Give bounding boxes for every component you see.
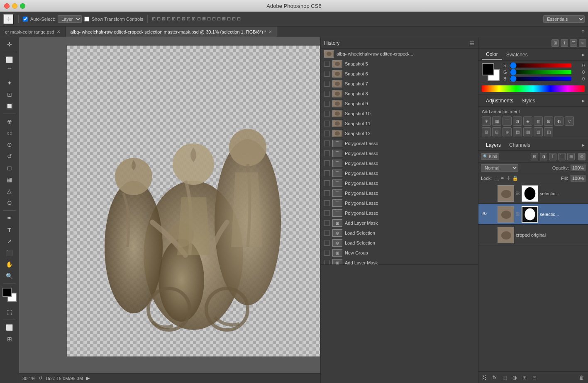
b-slider[interactable] <box>510 77 571 81</box>
adj-gradient-icon[interactable]: ▨ <box>534 127 543 136</box>
history-check-16[interactable] <box>324 210 330 216</box>
layer-item-0[interactable]: ⛓ selectio... <box>478 183 588 204</box>
adj-vibrance-icon[interactable]: ◈ <box>523 116 532 126</box>
adjustments-tab[interactable]: Adjustments <box>482 96 517 105</box>
quick-mask-btn[interactable]: ⬚ <box>4 307 15 318</box>
history-item-4[interactable]: Snapshot 8 <box>321 89 478 99</box>
adj-threshold-icon[interactable]: ▧ <box>523 127 532 136</box>
blur-tool[interactable]: △ <box>4 186 15 196</box>
history-check-19[interactable] <box>324 240 330 246</box>
history-item-19[interactable]: ⊙ Load Selection <box>321 238 478 248</box>
adj-colorlookup-icon[interactable]: ⊟ <box>492 127 501 136</box>
maximize-button[interactable] <box>20 3 25 9</box>
history-check-14[interactable] <box>324 190 330 196</box>
layers-filter-img-btn[interactable]: ⊟ <box>531 153 538 160</box>
panel-icon-4[interactable]: ≡ <box>579 39 586 47</box>
history-check-12[interactable] <box>324 170 330 176</box>
foreground-color[interactable] <box>2 288 12 297</box>
history-check-9[interactable] <box>324 141 330 146</box>
link-layers-btn[interactable]: ⛓ <box>481 374 488 381</box>
history-item-18[interactable]: ⊙ Load Selection <box>321 228 478 238</box>
history-item-6[interactable]: Snapshot 10 <box>321 109 478 119</box>
layers-tab[interactable]: Layers <box>482 141 505 150</box>
stamp-tool[interactable]: ⊙ <box>4 139 15 150</box>
dodge-tool[interactable]: ⊖ <box>4 197 15 208</box>
history-check-6[interactable] <box>324 111 330 116</box>
pen-tool[interactable]: ✒ <box>4 213 15 223</box>
r-slider[interactable] <box>510 63 571 68</box>
history-check-4[interactable] <box>324 91 330 97</box>
color-tab[interactable]: Color <box>482 50 502 60</box>
history-item-3[interactable]: Snapshot 7 <box>321 79 478 89</box>
artboard-btn[interactable]: ⊞ <box>4 334 15 344</box>
adj-exposure-icon[interactable]: ◑ <box>513 116 522 126</box>
move-tool[interactable]: ✛ <box>4 39 15 50</box>
tab-close-1[interactable]: ✕ <box>268 29 272 34</box>
history-item-9[interactable]: ⌒ Polygonal Lasso <box>321 138 478 148</box>
layer-visibility-2[interactable] <box>481 232 488 238</box>
autoselect-checkbox[interactable] <box>23 17 28 22</box>
lock-all-icon[interactable]: 🔒 <box>512 175 518 181</box>
fg-color-swatch[interactable] <box>482 63 494 75</box>
layer-select[interactable]: Layer <box>58 15 82 23</box>
layers-expand[interactable]: ▸ <box>582 142 585 148</box>
rotate-icon[interactable]: ↺ <box>39 376 42 381</box>
history-check-21[interactable] <box>324 260 330 264</box>
fill-input[interactable] <box>571 175 586 182</box>
adj-selectivecolor-icon[interactable]: ◫ <box>544 127 553 136</box>
history-item-7[interactable]: Snapshot 11 <box>321 119 478 128</box>
heal-tool[interactable]: ⊕ <box>4 116 15 127</box>
history-check-5[interactable] <box>324 101 330 107</box>
new-layer-btn[interactable]: ⊟ <box>531 374 538 381</box>
layer-visibility-1[interactable]: 👁 <box>481 211 488 218</box>
layer-item-2[interactable]: croped original <box>478 225 588 245</box>
history-check-10[interactable] <box>324 150 330 156</box>
history-check-1[interactable] <box>324 61 330 67</box>
tab-close-0[interactable]: ✕ <box>57 29 60 34</box>
history-item-2[interactable]: Snapshot 6 <box>321 69 478 79</box>
panel-icon-3[interactable]: ☰ <box>570 39 577 47</box>
adj-curves-icon[interactable]: ⌒ <box>503 116 512 126</box>
adj-expand[interactable]: ▸ <box>582 98 585 104</box>
adj-channelmixer-icon[interactable]: ⊡ <box>482 127 491 136</box>
transform-checkbox[interactable] <box>84 17 89 22</box>
panel-icon-2[interactable]: ℹ <box>561 39 568 47</box>
zoom-tool[interactable]: 🔍 <box>4 271 15 281</box>
adj-photofilter-icon[interactable]: ▽ <box>565 116 574 126</box>
layer-item-1[interactable]: 👁 ⛓ selectio... <box>478 204 588 225</box>
new-adj-btn[interactable]: ◑ <box>511 374 518 381</box>
path-tool[interactable]: ↗ <box>4 236 15 247</box>
marquee-tool[interactable]: ⬜ <box>4 54 15 65</box>
brush-tool[interactable]: ⬭ <box>4 128 15 138</box>
lock-pixels-icon[interactable]: ⬚ <box>494 175 499 181</box>
opacity-input[interactable] <box>571 165 586 171</box>
history-check-15[interactable] <box>324 200 330 206</box>
history-check-2[interactable] <box>324 71 330 77</box>
history-item-20[interactable]: ⊞ New Group <box>321 248 478 258</box>
history-check-7[interactable] <box>324 121 330 126</box>
hand-tool[interactable]: ✋ <box>4 259 15 270</box>
blend-mode-select[interactable]: Normal <box>481 164 518 172</box>
add-style-btn[interactable]: fx <box>491 374 498 381</box>
tab-1[interactable]: albq- wheelchair-raw edited-croped- sele… <box>66 27 278 37</box>
layers-filter-adj-btn[interactable]: ◑ <box>540 153 547 160</box>
delete-layer-btn[interactable]: 🗑 <box>578 374 586 381</box>
new-group-btn[interactable]: ⊞ <box>521 374 528 381</box>
channels-tab[interactable]: Channels <box>505 141 534 150</box>
layers-filter-toggle[interactable]: ⊙ <box>578 153 586 160</box>
adj-posterize-icon[interactable]: ▤ <box>513 127 522 136</box>
layers-filter-smart-btn[interactable]: ⊞ <box>567 153 575 160</box>
screen-mode-btn[interactable]: ⬜ <box>4 322 15 333</box>
adj-invert-icon[interactable]: ⊛ <box>503 127 512 136</box>
history-check-13[interactable] <box>324 180 330 186</box>
history-check-11[interactable] <box>324 160 330 166</box>
history-item-12[interactable]: ⌒ Polygonal Lasso <box>321 168 478 178</box>
text-tool[interactable]: T <box>4 224 15 235</box>
layer-visibility-0[interactable] <box>481 190 488 197</box>
quickselect-tool[interactable]: ✦ <box>4 78 15 88</box>
move-tool-btn[interactable]: ✛ <box>3 14 14 24</box>
history-item-5[interactable]: Snapshot 9 <box>321 99 478 109</box>
history-item-8[interactable]: Snapshot 12 <box>321 128 478 138</box>
history-item-16[interactable]: ⌒ Polygonal Lasso <box>321 208 478 218</box>
g-slider[interactable] <box>510 70 571 74</box>
